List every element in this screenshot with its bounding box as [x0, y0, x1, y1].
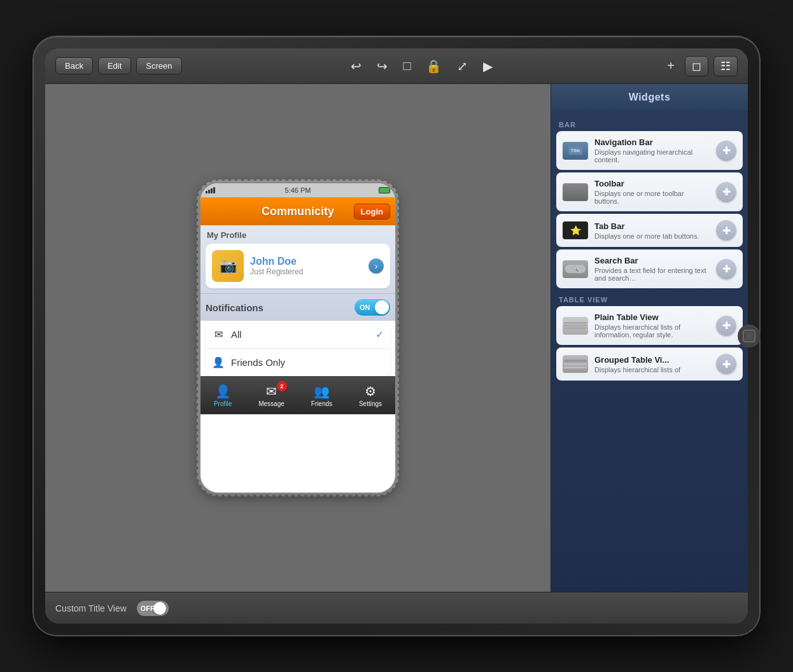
signal-bar-4	[213, 187, 215, 193]
widget-plain-table[interactable]: Plain Table View Displays hierarchical l…	[556, 306, 743, 345]
toggle-off-label: OFF	[141, 605, 155, 612]
battery-icon	[379, 187, 390, 193]
login-button[interactable]: Login	[354, 204, 390, 220]
widget-plain-desc: Displays hierarchical lists of informati…	[594, 323, 710, 339]
widget-tab-bar[interactable]: ⭐ Tab Bar Displays one or more tab butto…	[556, 214, 743, 247]
tab-profile[interactable]: 👤 Profile	[214, 384, 232, 407]
redo-icon[interactable]: ↪	[372, 56, 393, 76]
notifications-section: Notifications ON	[200, 293, 395, 321]
widget-nav-add[interactable]: ✚	[716, 141, 736, 161]
widget-grouped-table[interactable]: Grouped Table Vi... Displays hierarchica…	[556, 347, 743, 381]
toggle-off-knob	[153, 602, 166, 615]
widget-grouped-name: Grouped Table Vi...	[594, 355, 710, 365]
menu-item-all[interactable]: ✉ All ✓	[206, 321, 390, 349]
tab-settings-icon: ⚙	[365, 384, 376, 399]
widget-tabbar-thumb: ⭐	[563, 221, 588, 239]
iphone-frame-wrapper: 5:46 PM Communicity Login My Profile	[199, 182, 396, 494]
status-time: 5:46 PM	[285, 186, 311, 194]
widget-nav-name: Navigation Bar	[594, 137, 710, 147]
tab-friends-label: Friends	[311, 400, 332, 407]
widget-plain-add[interactable]: ✚	[716, 316, 736, 336]
edit-button[interactable]: Edit	[98, 57, 131, 74]
widget-toolbar-info: Toolbar Displays one or more toolbar but…	[594, 179, 710, 205]
tab-message-label: Message	[258, 400, 284, 407]
widget-navigation-bar[interactable]: Title Navigation Bar Displays navigating…	[556, 131, 743, 170]
widget-toolbar-thumb	[563, 183, 588, 201]
top-toolbar: Back Edit Screen ↩ ↪ □ 🔒 ⤢ ▶ + ◻ ☷	[45, 48, 748, 84]
expand-icon[interactable]: ⤢	[452, 56, 473, 76]
section-bar-label: BAR	[556, 116, 743, 131]
widget-toolbar[interactable]: Toolbar Displays one or more toolbar but…	[556, 172, 743, 211]
widget-plain-info: Plain Table View Displays hierarchical l…	[594, 312, 710, 339]
profile-card[interactable]: 📷 John Doe Just Registered ›	[206, 244, 390, 288]
widget-tabbar-desc: Displays one or more tab buttons.	[594, 232, 710, 240]
widget-plain-name: Plain Table View	[594, 312, 710, 322]
profile-arrow-icon[interactable]: ›	[368, 258, 384, 274]
tab-message[interactable]: ✉ 2 Message	[258, 384, 284, 407]
main-area: 5:46 PM Communicity Login My Profile	[45, 84, 748, 592]
widget-toolbar-add[interactable]: ✚	[716, 182, 736, 202]
widgets-title: Widgets	[629, 92, 671, 102]
ipad-frame: Back Edit Screen ↩ ↪ □ 🔒 ⤢ ▶ + ◻ ☷	[34, 37, 759, 635]
widget-grouped-info: Grouped Table Vi... Displays hierarchica…	[594, 355, 710, 374]
widget-tabbar-name: Tab Bar	[594, 221, 710, 231]
settings-icon[interactable]: ☷	[713, 56, 738, 76]
iphone-container: 5:46 PM Communicity Login My Profile	[45, 84, 551, 592]
screen-button[interactable]: Screen	[136, 57, 181, 74]
widget-toolbar-name: Toolbar	[594, 179, 710, 188]
section-tableview-label: TABLE VIEW	[556, 291, 743, 306]
toggle-label: ON	[360, 304, 370, 311]
add-icon[interactable]: +	[662, 56, 680, 76]
widget-tabbar-info: Tab Bar Displays one or more tab buttons…	[594, 221, 710, 240]
signal-bar-3	[211, 188, 213, 193]
widget-search-thumb: 🔍	[563, 260, 588, 278]
notifications-label: Notifications	[206, 302, 349, 313]
tab-friends[interactable]: 👥 Friends	[311, 384, 332, 407]
avatar: 📷	[212, 250, 244, 282]
widgets-list: BAR Title Navigation Bar Displays naviga…	[551, 111, 748, 592]
lock-icon[interactable]: 🔒	[421, 56, 447, 76]
frame-icon[interactable]: □	[398, 56, 416, 76]
play-icon[interactable]: ▶	[478, 56, 498, 76]
layers-icon[interactable]: ◻	[685, 56, 708, 76]
widget-search-add[interactable]: ✚	[716, 259, 736, 279]
widget-search-desc: Provides a text field for entering text …	[594, 267, 710, 282]
home-button-inner	[743, 330, 755, 342]
menu-item-all-label: All	[231, 329, 369, 340]
app-header: Communicity Login	[200, 197, 395, 225]
custom-title-label: Custom Title View	[55, 603, 127, 613]
widget-search-info: Search Bar Provides a text field for ent…	[594, 256, 710, 282]
app-title: Communicity	[262, 205, 334, 218]
widget-grouped-desc: Displays hierarchical lists of	[594, 366, 710, 374]
undo-icon[interactable]: ↩	[346, 56, 367, 76]
iphone-frame: 5:46 PM Communicity Login My Profile	[199, 182, 396, 494]
widget-grouped-add[interactable]: ✚	[716, 354, 736, 374]
bottom-bar: Custom Title View OFF	[45, 592, 748, 624]
menu-item-friends[interactable]: 👤 Friends Only	[206, 349, 390, 376]
friends-icon: 👤	[212, 356, 225, 368]
profile-section-label: My Profile	[206, 230, 390, 240]
back-button[interactable]: Back	[55, 57, 93, 74]
profile-section: My Profile 📷 John Doe Just Registered ›	[200, 225, 395, 293]
home-button[interactable]	[738, 325, 761, 347]
menu-item-friends-label: Friends Only	[231, 357, 384, 368]
checkmark-icon: ✓	[375, 328, 384, 340]
widget-nav-thumb: Title	[563, 142, 588, 160]
tab-friends-icon: 👥	[314, 384, 330, 399]
all-icon: ✉	[212, 328, 225, 340]
signal-bars	[206, 187, 215, 193]
notifications-toggle[interactable]: ON	[354, 299, 390, 316]
tab-bar: 👤 Profile ✉ 2 Message 👥 Friends	[200, 376, 395, 414]
custom-title-toggle[interactable]: OFF	[137, 601, 169, 616]
widgets-panel: Widgets BAR Title Navigation Bar Display…	[551, 84, 748, 592]
profile-name: John Doe	[250, 256, 362, 267]
signal-bar-2	[208, 190, 210, 193]
widget-nav-desc: Displays navigating hierarchical content…	[594, 148, 710, 164]
tab-settings[interactable]: ⚙ Settings	[359, 384, 382, 407]
widget-nav-info: Navigation Bar Displays navigating hiera…	[594, 137, 710, 164]
tab-profile-label: Profile	[214, 400, 232, 407]
tab-settings-label: Settings	[359, 400, 382, 407]
widget-grouped-thumb	[563, 355, 588, 373]
widget-search-bar[interactable]: 🔍 Search Bar Provides a text field for e…	[556, 249, 743, 288]
widget-tabbar-add[interactable]: ✚	[716, 220, 736, 241]
